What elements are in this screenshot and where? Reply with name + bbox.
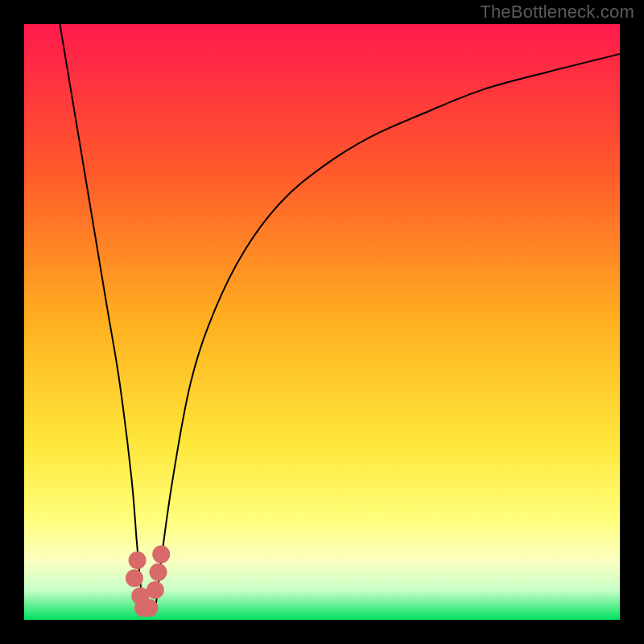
marker-dot xyxy=(126,569,143,587)
marker-dot xyxy=(140,599,158,617)
marker-dot xyxy=(150,564,167,581)
chart-plot-area xyxy=(24,24,620,620)
marker-dot xyxy=(147,581,164,599)
chart-frame: TheBottleneck.com xyxy=(0,0,644,644)
marker-dot xyxy=(152,546,170,564)
watermark-text: TheBottleneck.com xyxy=(480,2,634,23)
chart-svg xyxy=(24,24,620,620)
marker-dot xyxy=(129,551,147,569)
chart-background xyxy=(24,24,620,620)
